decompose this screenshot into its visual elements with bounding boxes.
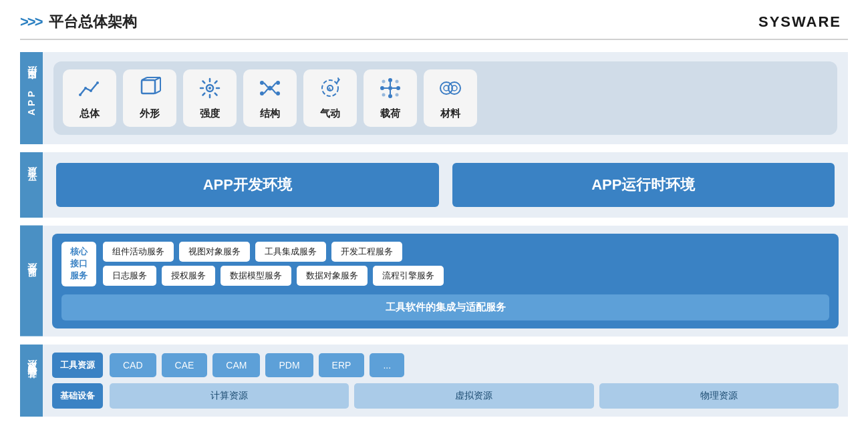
app-item-total: 总体 xyxy=(63,69,116,127)
service-chip-log: 日志服务 xyxy=(103,266,156,286)
svg-point-27 xyxy=(388,78,392,82)
service-chip-dataobj: 数据对象服务 xyxy=(297,266,368,286)
base-tools-label: 工具资源 xyxy=(52,353,103,378)
main-content: APP应用层 总体 xyxy=(0,40,868,429)
service-inner-container: 核心接口服务 组件活动服务 视图对象服务 工具集成服务 开发工程服务 日志服务 … xyxy=(52,234,839,328)
base-chip-cam: CAM xyxy=(212,353,260,377)
app-item-aero-label: 气动 xyxy=(320,107,340,120)
header-left: >>> 平台总体架构 xyxy=(20,12,137,32)
service-chip-auth: 授权服务 xyxy=(162,266,215,286)
service-row-2: 日志服务 授权服务 数据模型服务 数据对象服务 流程引擎服务 xyxy=(103,266,829,286)
service-core-label: 核心接口服务 xyxy=(61,242,96,286)
app-item-load-label: 载荷 xyxy=(380,107,400,120)
app-item-shape-label: 外形 xyxy=(140,107,160,120)
base-chip-erp: ERP xyxy=(319,353,365,377)
header-arrows-icon: >>> xyxy=(20,13,42,31)
base-chip-compute: 计算资源 xyxy=(110,383,349,409)
base-layer-content: 工具资源 CAD CAE CAM PDM ERP ... 基础设备 计算资源 虚… xyxy=(43,345,848,417)
platform-dev-btn[interactable]: APP开发环境 xyxy=(56,163,439,207)
app-layer-label: APP应用层 xyxy=(20,52,43,144)
header: >>> 平台总体架构 SYSWARE xyxy=(0,0,868,39)
sysware-logo: SYSWARE xyxy=(758,13,841,31)
service-chip-workflow: 流程引擎服务 xyxy=(373,266,444,286)
base-chip-cae: CAE xyxy=(162,353,208,377)
service-chip-tool: 工具集成服务 xyxy=(255,242,326,262)
app-item-total-label: 总体 xyxy=(80,107,100,120)
svg-point-1 xyxy=(84,87,87,89)
base-chip-more: ... xyxy=(370,353,404,377)
line-chart-icon xyxy=(78,76,102,105)
app-items-container: 总体 外形 xyxy=(53,61,837,135)
svg-point-13 xyxy=(260,81,264,85)
svg-text:A: A xyxy=(327,86,331,92)
app-item-aero: A 气动 xyxy=(303,69,357,127)
service-layer-label: 服务层 xyxy=(20,226,43,337)
platform-layer-content: APP开发环境 APP运行时环境 xyxy=(43,152,848,218)
app-item-material: 材料 xyxy=(424,69,477,127)
base-layer-label: 基础资源层 xyxy=(20,345,43,417)
svg-line-18 xyxy=(272,83,276,87)
base-chip-virtual: 虚拟资源 xyxy=(354,383,593,409)
cube-icon xyxy=(138,76,162,105)
svg-point-34 xyxy=(396,80,399,83)
app-item-load: 载荷 xyxy=(364,69,417,127)
rotate-icon: A xyxy=(318,76,342,105)
service-row-1: 组件活动服务 视图对象服务 工具集成服务 开发工程服务 xyxy=(103,242,829,262)
base-infra-label: 基础设备 xyxy=(52,383,103,409)
service-chip-view: 视图对象服务 xyxy=(179,242,250,262)
service-rows: 组件活动服务 视图对象服务 工具集成服务 开发工程服务 日志服务 授权服务 数据… xyxy=(103,242,829,286)
svg-point-24 xyxy=(388,86,392,90)
svg-rect-4 xyxy=(142,80,155,93)
service-chip-dev: 开发工程服务 xyxy=(331,242,402,262)
svg-point-33 xyxy=(382,80,386,83)
base-infra-row: 基础设备 计算资源 虚拟资源 物理资源 xyxy=(52,383,839,409)
material-icon xyxy=(438,76,462,105)
svg-point-14 xyxy=(276,81,280,85)
platform-layer: 平台层 APP开发环境 APP运行时环境 xyxy=(20,152,848,218)
base-infra-items: 计算资源 虚拟资源 物理资源 xyxy=(110,383,839,409)
app-layer: APP应用层 总体 xyxy=(20,52,848,144)
app-item-structure-label: 结构 xyxy=(260,107,280,120)
svg-point-0 xyxy=(79,93,82,96)
svg-point-3 xyxy=(96,81,99,84)
service-layer-content: 核心接口服务 组件活动服务 视图对象服务 工具集成服务 开发工程服务 日志服务 … xyxy=(43,226,848,337)
app-layer-content: 总体 外形 xyxy=(43,52,848,144)
svg-point-36 xyxy=(396,93,399,97)
app-item-material-label: 材料 xyxy=(440,107,460,120)
scatter-icon xyxy=(378,76,402,105)
svg-point-15 xyxy=(260,91,264,95)
svg-point-16 xyxy=(276,91,280,95)
service-chip-datamodel: 数据模型服务 xyxy=(221,266,291,286)
svg-point-12 xyxy=(268,86,273,91)
platform-runtime-btn[interactable]: APP运行时环境 xyxy=(452,163,835,207)
service-top: 核心接口服务 组件活动服务 视图对象服务 工具集成服务 开发工程服务 日志服务 … xyxy=(61,242,829,286)
svg-point-11 xyxy=(208,87,211,89)
svg-point-2 xyxy=(90,89,92,92)
base-chip-pdm: PDM xyxy=(265,353,313,377)
svg-line-17 xyxy=(264,83,268,87)
svg-line-19 xyxy=(264,89,268,93)
service-integration-label: 工具软件的集成与适配服务 xyxy=(61,294,829,320)
service-chip-component: 组件活动服务 xyxy=(103,242,174,262)
network-icon xyxy=(258,76,282,105)
app-item-strength: 强度 xyxy=(183,69,237,127)
svg-point-38 xyxy=(448,82,460,94)
service-layer: 服务层 核心接口服务 组件活动服务 视图对象服务 工具集成服务 开发工程服务 日… xyxy=(20,226,848,337)
app-item-structure: 结构 xyxy=(243,69,297,127)
svg-point-28 xyxy=(388,94,392,98)
base-tools-items: CAD CAE CAM PDM ERP ... xyxy=(110,353,839,377)
svg-line-20 xyxy=(272,89,276,93)
app-item-shape: 外形 xyxy=(123,69,176,127)
gear-icon xyxy=(198,76,222,105)
base-chip-physical: 物理资源 xyxy=(599,383,839,409)
base-layer: 基础资源层 工具资源 CAD CAE CAM PDM ERP ... 基础设备 … xyxy=(20,345,848,417)
page-title: 平台总体架构 xyxy=(49,12,137,32)
svg-point-25 xyxy=(380,86,384,90)
base-tools-row: 工具资源 CAD CAE CAM PDM ERP ... xyxy=(52,353,839,378)
svg-point-35 xyxy=(382,93,386,97)
base-chip-cad: CAD xyxy=(110,353,156,377)
app-item-strength-label: 强度 xyxy=(200,107,220,120)
svg-point-26 xyxy=(396,86,400,90)
platform-layer-label: 平台层 xyxy=(20,152,43,218)
